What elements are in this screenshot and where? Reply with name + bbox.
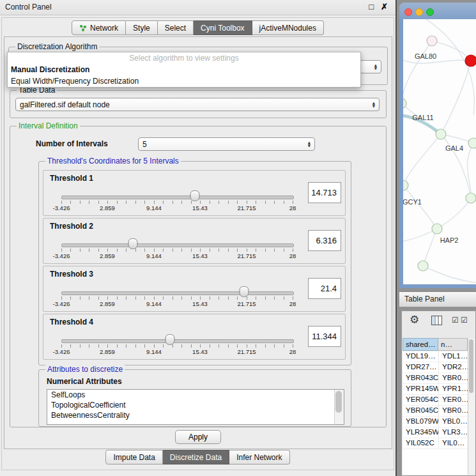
slider-thumb[interactable] — [165, 334, 175, 345]
cell[interactable]: YIL052C — [403, 438, 438, 449]
threshold-slider-track[interactable] — [61, 339, 294, 343]
threshold-label: Threshold 4 — [50, 318, 93, 326]
network-node[interactable] — [427, 36, 437, 46]
scrollbar-thumb[interactable] — [335, 391, 342, 413]
cell[interactable]: YBR045C — [403, 406, 438, 416]
network-node[interactable] — [403, 180, 408, 190]
group-title: Interval Definition — [17, 121, 80, 130]
cell[interactable]: YDL1… — [438, 351, 468, 362]
tab-jactivemnodules[interactable]: jActiveMNodules — [252, 20, 324, 35]
cell[interactable]: YDL19… — [403, 351, 438, 362]
apply-button[interactable]: Apply — [175, 430, 221, 444]
tab-impute-data[interactable]: Impute Data — [105, 450, 162, 464]
scrollbar-thumb[interactable] — [469, 339, 473, 393]
network-nodes[interactable] — [403, 36, 476, 271]
network-node-selected[interactable] — [465, 55, 476, 66]
slider-thumb[interactable] — [240, 286, 249, 297]
cell[interactable]: YBR043C — [403, 373, 438, 383]
cell[interactable]: YBR0… — [438, 373, 468, 383]
checkbox-icon[interactable]: ☑ — [461, 316, 468, 325]
network-node-label: GCY1 — [403, 198, 422, 206]
dropdown-prompt-option[interactable]: Select algorithm to view settings — [8, 52, 360, 64]
scale-label: 2.859 — [100, 252, 115, 259]
network-node[interactable] — [466, 193, 476, 203]
scale-label: 21.715 — [237, 204, 256, 211]
cell[interactable]: YLR3… — [438, 427, 468, 438]
table-scrollbar[interactable] — [468, 338, 475, 475]
dropdown-option-manual[interactable]: Manual Discretization — [8, 64, 360, 75]
threshold-value-field[interactable]: 6.316 — [308, 230, 341, 251]
list-item[interactable]: TopologicalCoefficient — [47, 400, 344, 410]
cell[interactable]: YER0… — [438, 395, 468, 405]
checkbox-icon[interactable]: ☑ — [452, 316, 459, 325]
network-node[interactable] — [468, 138, 476, 148]
table-row[interactable]: YBR045C YBR0… — [403, 406, 468, 417]
dropdown-option-equal-width[interactable]: Equal Width/Frequency Discretization — [8, 75, 360, 87]
table-row[interactable]: YBR043C YBR0… — [403, 373, 468, 384]
mac-close-icon[interactable] — [404, 8, 412, 16]
threshold-slider-track[interactable] — [61, 196, 294, 199]
table-row[interactable]: YIL052C YIL0… — [403, 438, 468, 449]
threshold-value-field[interactable]: 14.713 — [308, 182, 341, 203]
network-canvas[interactable]: GAL80 GAL11 GAL4 GCY1 HAP2 — [403, 19, 476, 284]
cell[interactable]: YDR2… — [438, 362, 468, 372]
tab-infer-network[interactable]: Infer Network — [229, 450, 289, 464]
network-graph[interactable]: GAL80 GAL11 GAL4 GCY1 HAP2 — [403, 19, 476, 284]
tab-style[interactable]: Style — [126, 20, 158, 35]
updown-arrows-icon: ▲▼ — [304, 141, 311, 148]
network-node[interactable] — [436, 129, 446, 139]
columns-icon[interactable] — [431, 316, 442, 325]
threshold-slider-track[interactable] — [61, 243, 294, 247]
network-node-label: GAL80 — [415, 52, 436, 60]
list-item[interactable]: SelfLoops — [47, 390, 344, 400]
slider-thumb[interactable] — [190, 190, 200, 201]
network-node[interactable] — [418, 261, 428, 271]
list-item[interactable]: BetweennessCentrality — [47, 410, 344, 420]
threshold-value-field[interactable]: 21.4 — [308, 278, 341, 299]
cell[interactable]: YBL079W — [403, 417, 438, 427]
cell[interactable]: YBL0… — [438, 417, 468, 427]
table-row[interactable]: YLR345W YLR3… — [403, 427, 468, 438]
threshold-value-field[interactable]: 11.344 — [308, 326, 341, 347]
scale-label: -3.426 — [53, 348, 70, 355]
scale-label: 28 — [289, 300, 296, 307]
table-row[interactable]: YDR27… YDR2… — [403, 362, 468, 373]
table-row[interactable]: YPR145W YPR1… — [403, 384, 468, 395]
network-node[interactable] — [432, 224, 442, 234]
algorithm-select[interactable]: ▲▼ — [360, 60, 381, 73]
close-icon[interactable]: ✗ — [381, 2, 388, 12]
tab-select[interactable]: Select — [158, 20, 194, 35]
threshold-label: Threshold 2 — [50, 222, 93, 231]
table-row[interactable]: YER054C YER0… — [403, 395, 468, 406]
mac-minimize-icon[interactable] — [415, 8, 423, 16]
algorithm-dropdown-menu: Select algorithm to view settings Manual… — [7, 52, 361, 88]
column-header-name[interactable]: n… — [438, 338, 468, 351]
table-data-select[interactable]: galFiltered.sif default node ▲▼ — [15, 98, 380, 111]
table-row[interactable]: YBL079W YBL0… — [403, 417, 468, 427]
scale-label: 15.43 — [192, 300, 208, 307]
cell[interactable]: YDR27… — [403, 362, 438, 372]
gear-icon[interactable]: ⚙ — [410, 313, 419, 326]
number-of-intervals-label: Number of Intervals — [36, 139, 108, 148]
column-header-shared-name[interactable]: shared… — [403, 338, 438, 351]
table-panel-header[interactable]: Table Panel — [399, 291, 476, 307]
slider-thumb[interactable] — [128, 238, 138, 249]
tab-discretize-data[interactable]: Discretize Data — [163, 450, 229, 464]
cell[interactable]: YER054C — [403, 395, 438, 405]
network-node-label: HAP2 — [440, 236, 459, 244]
number-of-intervals-select[interactable]: 5 ▲▼ — [138, 137, 315, 151]
tab-network[interactable]: Network — [72, 20, 126, 35]
tab-cyni-toolbox[interactable]: Cyni Toolbox — [194, 20, 252, 35]
cell[interactable]: YIL0… — [438, 438, 468, 449]
mac-zoom-icon[interactable] — [426, 8, 434, 16]
cell[interactable]: YPR145W — [403, 384, 438, 394]
float-window-icon[interactable]: □ — [369, 2, 374, 12]
threshold-slider-track[interactable] — [61, 291, 294, 295]
number-of-intervals-value: 5 — [142, 140, 147, 149]
table-data-value: galFiltered.sif default node — [20, 100, 110, 109]
list-scrollbar[interactable] — [334, 390, 344, 424]
cell[interactable]: YPR1… — [438, 384, 468, 394]
cell[interactable]: YLR345W — [403, 427, 438, 438]
cell[interactable]: YBR0… — [438, 406, 468, 416]
table-row[interactable]: YDL19… YDL1… — [403, 351, 468, 362]
